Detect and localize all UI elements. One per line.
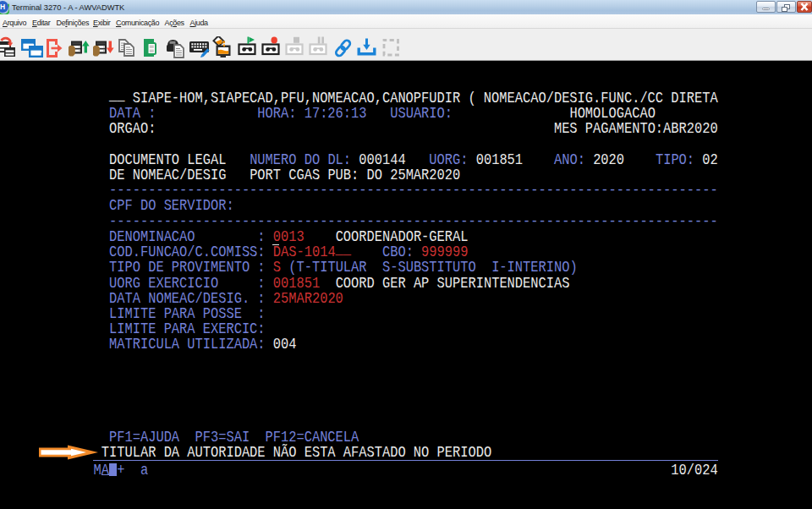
svg-text:H: H [0, 3, 5, 11]
